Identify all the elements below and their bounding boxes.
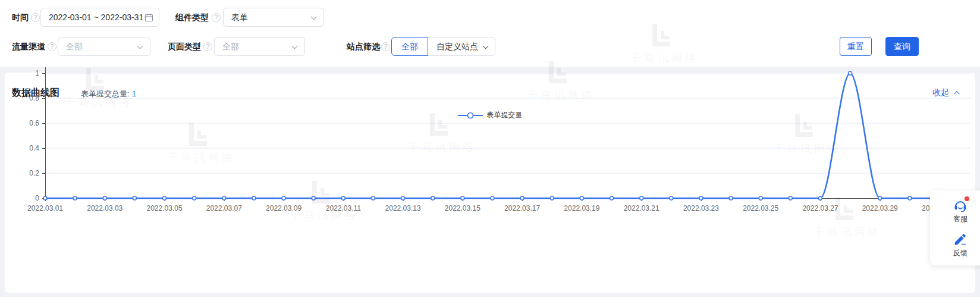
component-type-help-icon[interactable]: ? xyxy=(212,13,221,22)
chevron-down-icon xyxy=(483,43,489,49)
chevron-down-icon xyxy=(311,14,317,20)
svg-text:2022.03.27: 2022.03.27 xyxy=(802,204,838,212)
svg-text:0.4: 0.4 xyxy=(29,144,39,152)
line-chart[interactable]: 00.20.40.60.812022.03.012022.03.032022.0… xyxy=(0,60,980,220)
svg-text:2022.03.07: 2022.03.07 xyxy=(206,204,242,212)
chevron-down-icon xyxy=(292,43,298,49)
date-range-value: 2022-03-01 ~ 2022-03-31 xyxy=(49,12,143,22)
svg-text:2022.03.21: 2022.03.21 xyxy=(624,204,659,212)
svg-text:0: 0 xyxy=(35,194,39,202)
svg-text:0.6: 0.6 xyxy=(29,119,39,127)
customer-service-label: 客服 xyxy=(953,214,968,224)
page-type-select[interactable]: 全部 xyxy=(214,37,305,56)
svg-text:2022.03.05: 2022.03.05 xyxy=(147,204,183,212)
traffic-channel-value: 全部 xyxy=(66,42,83,51)
svg-text:2022.03.23: 2022.03.23 xyxy=(683,204,719,212)
svg-text:2022.03.15: 2022.03.15 xyxy=(445,204,480,212)
pencil-icon xyxy=(953,232,968,246)
traffic-channel-help-icon[interactable]: ? xyxy=(48,42,56,51)
customer-service-button[interactable]: 客服 xyxy=(930,198,980,224)
page-type-value: 全部 xyxy=(222,42,239,51)
svg-text:2022.03.11: 2022.03.11 xyxy=(326,204,361,212)
date-range-input[interactable]: 2022-03-01 ~ 2022-03-31 xyxy=(40,8,159,27)
traffic-channel-label: 流量渠道 xyxy=(12,37,45,56)
site-filter-label: 站点筛选 xyxy=(347,37,380,56)
query-button[interactable]: 查询 xyxy=(885,37,919,56)
svg-text:0.8: 0.8 xyxy=(29,94,39,102)
site-filter-help-icon[interactable]: ? xyxy=(381,42,390,51)
svg-text:0.2: 0.2 xyxy=(29,169,39,177)
svg-text:2022.03.29: 2022.03.29 xyxy=(862,204,898,212)
svg-text:2022.03.01: 2022.03.01 xyxy=(27,204,63,212)
reset-button[interactable]: 重置 xyxy=(840,37,872,56)
component-type-value: 表单 xyxy=(231,12,248,22)
chevron-down-icon xyxy=(137,43,143,49)
feedback-button[interactable]: 反馈 xyxy=(930,232,980,258)
time-filter-label: 时间 xyxy=(12,8,29,27)
svg-text:2022.03.13: 2022.03.13 xyxy=(385,204,421,212)
svg-text:1: 1 xyxy=(35,69,39,77)
svg-text:2022.03.19: 2022.03.19 xyxy=(564,204,599,212)
component-type-select[interactable]: 表单 xyxy=(223,8,324,27)
notification-badge xyxy=(965,196,969,201)
site-filter-custom-button[interactable]: 自定义站点 xyxy=(428,37,495,56)
filter-panel: 时间 ? 2022-03-01 ~ 2022-03-31 组件类型 ? 表单 流… xyxy=(0,0,980,67)
traffic-channel-select[interactable]: 全部 xyxy=(58,37,150,56)
svg-text:2022.03.25: 2022.03.25 xyxy=(743,204,778,212)
site-filter-custom-label: 自定义站点 xyxy=(436,42,478,51)
float-menu: 客服 反馈 xyxy=(930,190,980,265)
svg-text:2022.03.09: 2022.03.09 xyxy=(266,204,301,212)
svg-text:2022.03.17: 2022.03.17 xyxy=(504,204,540,212)
feedback-label: 反馈 xyxy=(953,248,968,258)
svg-text:2022.03.03: 2022.03.03 xyxy=(87,204,122,212)
calendar-icon xyxy=(145,13,153,22)
page-type-label: 页面类型 xyxy=(168,37,201,56)
page-type-help-icon[interactable]: ? xyxy=(203,42,212,51)
site-filter-all-button[interactable]: 全部 xyxy=(391,37,428,56)
time-help-icon[interactable]: ? xyxy=(31,13,40,22)
component-type-label: 组件类型 xyxy=(175,8,209,27)
